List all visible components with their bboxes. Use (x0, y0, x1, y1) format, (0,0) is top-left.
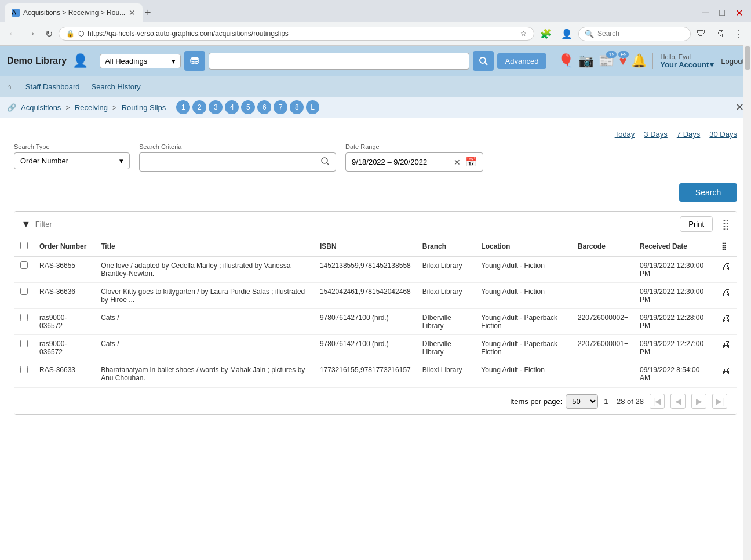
page-tab-8[interactable]: 8 (290, 100, 304, 114)
breadcrumb-receiving[interactable]: Receiving (75, 103, 108, 112)
row-barcode (572, 256, 634, 283)
staff-dashboard-link[interactable]: Staff Dashboard (25, 82, 80, 91)
columns-toggle-icon[interactable]: ⣿ (721, 242, 727, 250)
headings-dropdown[interactable]: All Headings ▾ (100, 54, 181, 68)
balloon-icon-button[interactable]: 🎈 (558, 53, 574, 68)
forward-button[interactable]: → (23, 26, 39, 41)
search-icon (479, 56, 488, 66)
page-tab-1[interactable]: 1 (176, 100, 190, 114)
row-received-date: 09/19/2022 12:30:00 PM (634, 256, 716, 283)
filter-input[interactable] (35, 220, 675, 228)
breadcrumb-routing-slips[interactable]: Routing Slips (122, 103, 166, 112)
heart-icon-button[interactable]: ♥ F9 (619, 53, 626, 68)
page-tab-6[interactable]: 6 (257, 100, 271, 114)
row-checkbox-2[interactable] (20, 314, 28, 321)
date-range-input-wrapper[interactable]: ✕ 📅 (345, 152, 483, 172)
row-print-cell[interactable]: 🖨 (716, 361, 737, 387)
date-range-input[interactable] (352, 158, 449, 166)
camera-icon-button[interactable]: 📷 (578, 53, 594, 68)
search-criteria-input-wrapper[interactable] (139, 152, 336, 172)
user-icon-button[interactable]: 👤 (72, 53, 88, 68)
your-account-button[interactable]: Your Account ▾ (660, 60, 714, 69)
browser-search-input[interactable] (597, 30, 684, 38)
extensions-button[interactable]: 🧩 (537, 26, 555, 42)
per-page-select[interactable]: 50 25 100 (566, 394, 598, 409)
main-search-button[interactable]: Search (679, 183, 737, 202)
row-print-button-4[interactable]: 🖨 (721, 366, 731, 376)
calendar-icon-button[interactable]: 📅 (465, 157, 477, 168)
browser-search-box[interactable]: 🔍 (578, 27, 691, 41)
breadcrumb-acquisitions[interactable]: Acquisitions (21, 103, 61, 112)
logout-button[interactable]: Logout (721, 57, 744, 66)
print-browser-button[interactable]: 🖨 (712, 26, 728, 41)
prev-page-button[interactable]: ◀ (670, 394, 686, 409)
page-tab-2[interactable]: 2 (192, 100, 206, 114)
profile-button[interactable]: 👤 (557, 26, 576, 42)
row-checkbox-3[interactable] (20, 340, 28, 347)
reload-button[interactable]: ↻ (42, 26, 56, 42)
star-icon[interactable]: ☆ (520, 30, 527, 38)
row-print-cell[interactable]: 🖨 (716, 335, 737, 361)
row-checkbox-cell[interactable] (14, 335, 34, 361)
row-checkbox-cell[interactable] (14, 283, 34, 309)
row-checkbox-0[interactable] (20, 261, 28, 269)
row-barcode: 220726000002+ (572, 309, 634, 335)
row-checkbox-cell[interactable] (14, 361, 34, 387)
three-days-button[interactable]: 3 Days (644, 130, 667, 139)
home-icon: ⌂ (7, 82, 12, 91)
seven-days-button[interactable]: 7 Days (677, 130, 700, 139)
results-container: ▼ Print ⣿ Order Number Title ISBN Branch (14, 211, 737, 415)
next-page-button[interactable]: ▶ (691, 394, 706, 409)
page-tab-5[interactable]: 5 (241, 100, 255, 114)
date-range-clear-button[interactable]: ✕ (454, 158, 461, 167)
today-button[interactable]: Today (615, 130, 635, 139)
row-checkbox-cell[interactable] (14, 309, 34, 335)
row-print-button-0[interactable]: 🖨 (721, 261, 731, 272)
row-print-button-3[interactable]: 🖨 (721, 340, 731, 350)
page-tab-7[interactable]: 7 (274, 100, 287, 114)
bell-icon-button[interactable]: 🔔 (631, 53, 647, 68)
header-search-button[interactable] (473, 51, 494, 71)
thirty-days-button[interactable]: 30 Days (709, 130, 737, 139)
search-type-dropdown[interactable]: Order Number ▾ (14, 152, 130, 169)
first-page-button[interactable]: |◀ (650, 394, 665, 409)
row-print-cell[interactable]: 🖨 (716, 283, 737, 309)
browser-chrome: A Acquisitions > Receiving > Rou... ✕ + … (0, 0, 751, 46)
page-tab-3[interactable]: 3 (209, 100, 223, 114)
maximize-button[interactable]: □ (716, 5, 728, 20)
header-select-all[interactable] (14, 237, 34, 256)
tab-close-button[interactable]: ✕ (129, 8, 136, 17)
last-page-button[interactable]: ▶| (712, 394, 727, 409)
close-window-button[interactable]: ✕ (732, 5, 746, 21)
db-icon-button[interactable] (184, 51, 205, 71)
page-info: 1 – 28 of 28 (604, 397, 644, 406)
page-scrollbar[interactable] (743, 45, 751, 427)
row-print-cell[interactable]: 🖨 (716, 256, 737, 283)
address-bar[interactable]: 🔒 ⬡ https://qa-hcols-verso.auto-graphics… (59, 27, 534, 41)
row-print-button-2[interactable]: 🖨 (721, 314, 731, 324)
back-button[interactable]: ← (5, 26, 21, 41)
header-search-group: All Headings ▾ Advanced (100, 51, 546, 71)
header-search-input[interactable] (209, 53, 469, 70)
row-checkbox-4[interactable] (20, 366, 28, 373)
print-button[interactable]: Print (680, 216, 713, 232)
page-tab-4[interactable]: 4 (225, 100, 239, 114)
row-checkbox-1[interactable] (20, 288, 28, 295)
news-icon-button[interactable]: 📰 19 (599, 53, 614, 68)
advanced-button[interactable]: Advanced (497, 53, 547, 69)
page-tab-L[interactable]: L (306, 100, 319, 114)
search-criteria-input[interactable] (145, 158, 318, 166)
row-isbn: 1773216155,9781773216157 (314, 361, 417, 387)
shield-button[interactable]: 🛡 (693, 26, 709, 41)
active-tab[interactable]: A Acquisitions > Receiving > Rou... ✕ (5, 3, 143, 22)
row-print-cell[interactable]: 🖨 (716, 309, 737, 335)
row-print-button-1[interactable]: 🖨 (721, 288, 731, 298)
minimize-button[interactable]: ─ (699, 5, 712, 20)
row-checkbox-cell[interactable] (14, 256, 34, 283)
select-all-checkbox[interactable] (20, 242, 28, 249)
columns-icon[interactable]: ⣿ (722, 218, 730, 231)
new-tab-button[interactable]: + (145, 8, 151, 18)
menu-button[interactable]: ⋮ (730, 26, 746, 42)
breadcrumb-bar: 🔗 Acquisitions > Receiving > Routing Sli… (0, 97, 751, 118)
search-history-link[interactable]: Search History (92, 82, 141, 91)
